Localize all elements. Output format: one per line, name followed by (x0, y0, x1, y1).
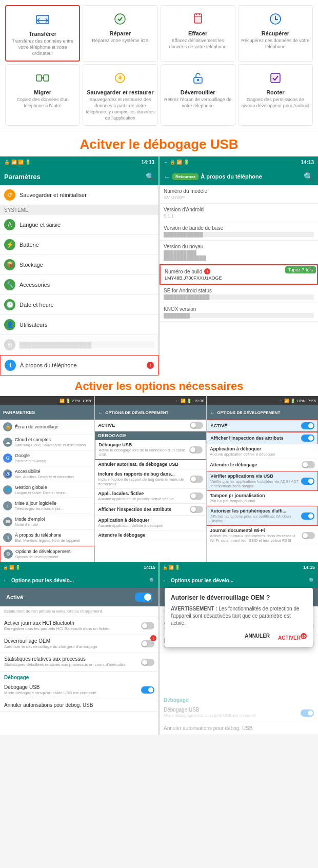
tool-desc-effacer: Effacez définitivement les données de vo… (163, 38, 233, 50)
br-search[interactable]: 🔍 (309, 578, 315, 583)
br-back[interactable]: ← (163, 578, 168, 583)
dev-active-toggle1[interactable] (190, 422, 203, 429)
sp-item-verrouillage[interactable]: 🔒 Écran de verrouillage (0, 420, 94, 435)
settings-item-sauvegarder[interactable]: ↺ Sauvegarder et réinitialiser (0, 185, 158, 205)
dev-tampon[interactable]: Tampon pr journalisation 256 Ko par tamp… (207, 491, 318, 506)
journal-wifi-toggle[interactable] (302, 532, 315, 539)
appli-fictive-toggle[interactable] (190, 492, 203, 500)
bl-annuler-usb[interactable]: Annuler autorisations pour débog. USB (0, 699, 158, 712)
svg-rect-9 (44, 75, 49, 81)
right-search-icon[interactable]: 🔍 (304, 172, 314, 182)
journal-wifi-desc: Activer les journaux documentés dans les… (210, 534, 302, 543)
se-value: ██████████████ (164, 294, 314, 300)
settings-item-date[interactable]: 🕐 Date et heure (0, 295, 158, 315)
tool-cell-migrer[interactable]: Migrer Copiez des données d'un téléphone… (5, 64, 80, 126)
accessibilite-desc: Vue, Audition, Dextérité et interaction (15, 475, 74, 479)
blurred-label: ██████████████████ (19, 342, 154, 348)
inspection-toggle1[interactable] (190, 506, 203, 513)
sp-item-apropos2[interactable]: ℹ À propos du téléphone État, Mentions l… (0, 530, 94, 546)
search-icon[interactable]: 🔍 (146, 172, 154, 181)
settings-item-accessories[interactable]: 🔧 Accessories (0, 275, 158, 295)
settings-item-stockage[interactable]: 📦 Stockage (0, 255, 158, 275)
dev-attendre[interactable]: Attendre le débogage (95, 530, 206, 540)
sp-item-accessibilite[interactable]: ♿ Accessibilité Vue, Audition, Dextérité… (0, 466, 94, 482)
dev-opt2-time: 17:55 (306, 399, 316, 403)
right-nav-bar: ← Retournez À propos du téléphone 🔍 (160, 168, 318, 185)
bl-usb-debug[interactable]: Débogage USB Mode débogage lorsqu'un câb… (0, 681, 158, 699)
dev-options-icon: ⚙ (4, 549, 13, 559)
dev-inspection2[interactable]: Afficher l'inspection des attributs (207, 432, 318, 444)
app-debug-desc2: Aucune application définie à déboquer (210, 452, 315, 457)
verifier-toggle[interactable] (301, 478, 314, 485)
system-header: Système (0, 205, 158, 215)
sp-item-cloud[interactable]: ☁ Cloud et comptes Samsung Cloud, Sauveg… (0, 435, 94, 450)
about-build[interactable]: Numéro de build ! LMY48B.J700FXXU1AOGE T… (160, 264, 318, 285)
dev-attendre2[interactable]: Attendre le débogage (207, 459, 318, 471)
bl-search[interactable]: 🔍 (149, 578, 155, 583)
dev-app-debug2[interactable]: Application à déboquer Aucune applicatio… (207, 444, 318, 459)
dev-appli-fictive[interactable]: Appli. locales. fictive Aucune applicati… (95, 489, 206, 504)
dev-usb-debug1[interactable]: Débogage USB Active le débogage lors de … (95, 440, 206, 460)
backup-icon (111, 69, 129, 87)
bl-item-oem[interactable]: Déverrouillage OEM Autoriser le déverrou… (0, 635, 158, 653)
settings-item-langue[interactable]: A Langue et saisie (0, 215, 158, 235)
dev-opt1-back[interactable]: ← (98, 410, 103, 416)
tool-cell-rooter[interactable]: Rooter Gagnez des permissions de niveau … (238, 64, 313, 126)
tool-cell-deverrouiller[interactable]: Déverrouiller Retirez l'écran de verroui… (161, 64, 235, 126)
settings-item-utilisateurs[interactable]: 👤 Utilisateurs (0, 315, 158, 335)
tool-label-migrer: Migrer (34, 89, 51, 96)
br-status-bar: 🔒 📶 🔋 14:15 (160, 562, 318, 573)
dev-active-toggle2[interactable] (301, 422, 314, 429)
mode-icon: 📖 (3, 517, 12, 526)
tool-cell-effacer[interactable]: Effacer Effacez définitivement les donné… (161, 5, 235, 62)
bl-item-stats[interactable]: Statistiques relatives aux processus Sta… (0, 653, 158, 671)
usb-debug-toggle1[interactable] (189, 446, 203, 453)
sp-item-google[interactable]: G Google Paramètres Google (0, 450, 94, 466)
bl-hci-toggle[interactable] (141, 622, 154, 629)
bl-item-hci[interactable]: Activer journaux HCI Bluetooth Enregistr… (0, 617, 158, 635)
dev-verifier[interactable]: Vérifier applications via USB Vérifie qu… (207, 471, 318, 491)
tool-label-reparer: Réparer (110, 30, 131, 37)
batterie-icon: ⚡ (4, 239, 15, 250)
sp-item-gestion[interactable]: 🌐 Gestion globale Langue et saisie, Date… (0, 482, 94, 498)
dev-annuler-debug[interactable]: Annuler autorisat. de débogage USB (95, 460, 206, 469)
bl-active-toggle[interactable] (135, 593, 152, 602)
inspection-toggle2[interactable] (301, 435, 314, 442)
tool-cell-sauvegarder[interactable]: Sauvegarder et restaurer Sauvegardez et … (83, 64, 157, 126)
bl-stats-toggle[interactable] (141, 659, 154, 666)
tool-cell-reparer[interactable]: Réparer Réparez votre système iOS (83, 5, 157, 62)
bl-back[interactable]: ← (3, 578, 8, 583)
dialog-confirm-button[interactable]: ACTIVER10 (278, 633, 307, 641)
sp-item-mode[interactable]: 📖 Mode d'emploi Mode d'emploi (0, 514, 94, 530)
dev-opt2-back[interactable]: ← (210, 410, 215, 416)
sp-item-dev-options[interactable]: ⚙ Options de développement Options de dé… (0, 546, 94, 562)
app-debug-desc1: Aucune application définie à déboquer (98, 523, 203, 528)
bl-oem-toggle[interactable] (141, 640, 154, 647)
autoriser-periph-toggle[interactable] (301, 512, 314, 520)
sp-item-maj[interactable]: ↑ Mise à jour logicielle Téléchargez les… (0, 498, 94, 514)
bl-usb-toggle[interactable] (141, 686, 154, 694)
dev-autoriser-peripheriques[interactable]: Autoriser les périphériques d'affi... Af… (207, 506, 318, 526)
dev-active-row2[interactable]: ACTIVÉ (207, 420, 318, 432)
dev-app-debug[interactable]: Application à déboquer Aucune applicatio… (95, 516, 206, 530)
attendre-toggle2[interactable] (302, 461, 315, 468)
dev-bug-reports[interactable]: Inclure des rapports de bug dans... Incl… (95, 469, 206, 489)
app-debug-label1: Application à déboquer (98, 518, 203, 523)
dev-opt1-title: OPTIONS DE DÉVELOPPEMENT (105, 410, 168, 415)
confirm-badge: 10 (301, 633, 307, 639)
gestion-label: Gestion globale (15, 485, 47, 490)
back-icon[interactable]: ← (164, 173, 170, 181)
tool-cell-recuperer[interactable]: Récupérer Récupérez des données de votre… (238, 5, 313, 62)
dev-inspection[interactable]: Afficher l'inspection des attributs (95, 504, 206, 516)
apropos-icon: ℹ (5, 360, 16, 371)
settings-item-batterie[interactable]: ⚡ Batterie (0, 235, 158, 255)
tool-cell-transferer[interactable]: Transférer Transférez des données entre … (5, 5, 80, 62)
settings-item-apropos[interactable]: ℹ À propos du téléphone ! (0, 355, 158, 376)
dev-journal-wifi[interactable]: Journal documenté Wi-Fi Activer les jour… (207, 526, 318, 545)
dev-active-row1[interactable]: ACTIVÉ (95, 420, 206, 431)
dialog-cancel-button[interactable]: ANNULER (245, 633, 270, 641)
attendre-label2: Attendre le débogage (210, 462, 302, 467)
build-value: LMY48B.J700FXXU1AOGE (165, 275, 313, 281)
bl-active-label: Activé (6, 594, 23, 600)
bug-reports-toggle[interactable] (190, 476, 203, 483)
